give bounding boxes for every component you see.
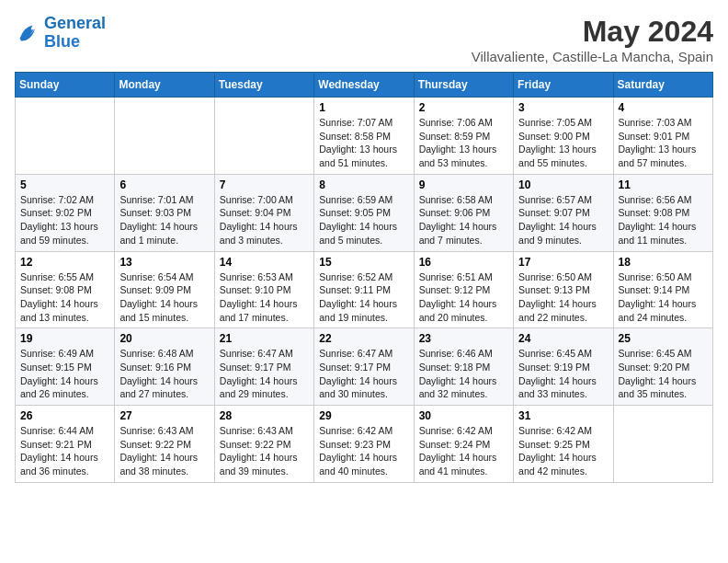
logo-bird-icon xyxy=(15,20,40,46)
calendar-cell: 9 Sunrise: 6:58 AMSunset: 9:06 PMDayligh… xyxy=(414,174,513,251)
day-number: 13 xyxy=(119,256,209,269)
col-header-thursday: Thursday xyxy=(414,73,513,98)
col-header-wednesday: Wednesday xyxy=(314,73,414,98)
calendar-cell: 10 Sunrise: 6:57 AMSunset: 9:07 PMDaylig… xyxy=(514,174,613,251)
day-number: 16 xyxy=(419,256,508,269)
calendar-cell: 23 Sunrise: 6:46 AMSunset: 9:18 PMDaylig… xyxy=(414,328,513,406)
day-detail: Sunrise: 6:48 AMSunset: 9:16 PMDaylight:… xyxy=(119,347,209,401)
calendar-cell: 30 Sunrise: 6:42 AMSunset: 9:24 PMDaylig… xyxy=(414,406,513,483)
calendar-table: SundayMondayTuesdayWednesdayThursdayFrid… xyxy=(15,72,713,483)
calendar-header-row: SundayMondayTuesdayWednesdayThursdayFrid… xyxy=(16,73,713,98)
calendar-cell: 18 Sunrise: 6:50 AMSunset: 9:14 PMDaylig… xyxy=(613,251,712,328)
day-number: 4 xyxy=(619,101,708,114)
day-detail: Sunrise: 6:58 AMSunset: 9:06 PMDaylight:… xyxy=(419,193,508,247)
location-subtitle: Villavaliente, Castille-La Mancha, Spain xyxy=(472,49,713,64)
calendar-week-row: 19 Sunrise: 6:49 AMSunset: 9:15 PMDaylig… xyxy=(16,328,713,406)
day-detail: Sunrise: 6:47 AMSunset: 9:17 PMDaylight:… xyxy=(220,347,309,401)
day-detail: Sunrise: 6:52 AMSunset: 9:11 PMDaylight:… xyxy=(319,270,408,325)
day-detail: Sunrise: 7:02 AMSunset: 9:02 PMDaylight:… xyxy=(20,193,109,247)
calendar-cell xyxy=(613,406,712,483)
calendar-cell xyxy=(115,98,214,175)
calendar-week-row: 5 Sunrise: 7:02 AMSunset: 9:02 PMDayligh… xyxy=(16,174,713,251)
calendar-cell: 1 Sunrise: 7:07 AMSunset: 8:58 PMDayligh… xyxy=(314,98,414,175)
day-detail: Sunrise: 6:50 AMSunset: 9:13 PMDaylight:… xyxy=(518,270,608,325)
day-detail: Sunrise: 6:56 AMSunset: 9:08 PMDaylight:… xyxy=(619,193,708,247)
calendar-cell: 31 Sunrise: 6:42 AMSunset: 9:25 PMDaylig… xyxy=(514,406,613,483)
day-detail: Sunrise: 6:43 AMSunset: 9:22 PMDaylight:… xyxy=(220,424,309,478)
col-header-monday: Monday xyxy=(115,73,214,98)
day-detail: Sunrise: 6:45 AMSunset: 9:20 PMDaylight:… xyxy=(619,347,708,401)
day-detail: Sunrise: 6:44 AMSunset: 9:21 PMDaylight:… xyxy=(20,424,109,478)
day-detail: Sunrise: 6:46 AMSunset: 9:18 PMDaylight:… xyxy=(419,347,508,401)
calendar-cell: 21 Sunrise: 6:47 AMSunset: 9:17 PMDaylig… xyxy=(214,328,313,406)
day-number: 1 xyxy=(319,101,408,114)
logo-text: General Blue xyxy=(44,15,106,52)
calendar-cell: 28 Sunrise: 6:43 AMSunset: 9:22 PMDaylig… xyxy=(214,406,313,483)
calendar-cell: 11 Sunrise: 6:56 AMSunset: 9:08 PMDaylig… xyxy=(613,174,712,251)
logo-general: General xyxy=(44,14,106,32)
calendar-cell: 24 Sunrise: 6:45 AMSunset: 9:19 PMDaylig… xyxy=(514,328,613,406)
page-header: General Blue May 2024 Villavaliente, Cas… xyxy=(15,15,713,64)
day-number: 25 xyxy=(619,332,708,345)
col-header-sunday: Sunday xyxy=(16,73,115,98)
day-detail: Sunrise: 6:43 AMSunset: 9:22 PMDaylight:… xyxy=(119,424,209,478)
day-detail: Sunrise: 6:50 AMSunset: 9:14 PMDaylight:… xyxy=(619,270,708,325)
day-number: 10 xyxy=(518,178,608,191)
day-number: 28 xyxy=(220,409,309,422)
day-number: 20 xyxy=(119,332,209,345)
day-number: 15 xyxy=(319,256,408,269)
calendar-cell: 26 Sunrise: 6:44 AMSunset: 9:21 PMDaylig… xyxy=(16,406,115,483)
calendar-cell: 29 Sunrise: 6:42 AMSunset: 9:23 PMDaylig… xyxy=(314,406,414,483)
logo: General Blue xyxy=(15,15,106,52)
title-block: May 2024 Villavaliente, Castille-La Manc… xyxy=(472,15,713,64)
day-number: 7 xyxy=(220,178,309,191)
col-header-saturday: Saturday xyxy=(613,73,712,98)
calendar-cell: 20 Sunrise: 6:48 AMSunset: 9:16 PMDaylig… xyxy=(115,328,214,406)
col-header-friday: Friday xyxy=(514,73,613,98)
day-number: 6 xyxy=(119,178,209,191)
day-number: 23 xyxy=(419,332,508,345)
calendar-cell: 17 Sunrise: 6:50 AMSunset: 9:13 PMDaylig… xyxy=(514,251,613,328)
day-detail: Sunrise: 6:47 AMSunset: 9:17 PMDaylight:… xyxy=(319,347,408,401)
calendar-week-row: 12 Sunrise: 6:55 AMSunset: 9:08 PMDaylig… xyxy=(16,251,713,328)
calendar-cell: 13 Sunrise: 6:54 AMSunset: 9:09 PMDaylig… xyxy=(115,251,214,328)
day-number: 9 xyxy=(419,178,508,191)
day-detail: Sunrise: 6:42 AMSunset: 9:24 PMDaylight:… xyxy=(419,424,508,478)
day-number: 19 xyxy=(20,332,109,345)
day-number: 22 xyxy=(319,332,408,345)
calendar-cell: 5 Sunrise: 7:02 AMSunset: 9:02 PMDayligh… xyxy=(16,174,115,251)
day-detail: Sunrise: 6:53 AMSunset: 9:10 PMDaylight:… xyxy=(220,270,309,325)
day-detail: Sunrise: 7:00 AMSunset: 9:04 PMDaylight:… xyxy=(220,193,309,247)
day-number: 27 xyxy=(119,409,209,422)
day-number: 30 xyxy=(419,409,508,422)
day-detail: Sunrise: 6:42 AMSunset: 9:23 PMDaylight:… xyxy=(319,424,408,478)
calendar-week-row: 1 Sunrise: 7:07 AMSunset: 8:58 PMDayligh… xyxy=(16,98,713,175)
calendar-cell: 16 Sunrise: 6:51 AMSunset: 9:12 PMDaylig… xyxy=(414,251,513,328)
logo-blue: Blue xyxy=(44,32,80,51)
calendar-cell: 27 Sunrise: 6:43 AMSunset: 9:22 PMDaylig… xyxy=(115,406,214,483)
day-detail: Sunrise: 6:45 AMSunset: 9:19 PMDaylight:… xyxy=(518,347,608,401)
day-detail: Sunrise: 7:01 AMSunset: 9:03 PMDaylight:… xyxy=(119,193,209,247)
calendar-cell xyxy=(16,98,115,175)
day-detail: Sunrise: 6:54 AMSunset: 9:09 PMDaylight:… xyxy=(119,270,209,325)
calendar-cell: 7 Sunrise: 7:00 AMSunset: 9:04 PMDayligh… xyxy=(214,174,313,251)
calendar-cell: 4 Sunrise: 7:03 AMSunset: 9:01 PMDayligh… xyxy=(613,98,712,175)
calendar-cell: 19 Sunrise: 6:49 AMSunset: 9:15 PMDaylig… xyxy=(16,328,115,406)
day-detail: Sunrise: 6:57 AMSunset: 9:07 PMDaylight:… xyxy=(518,193,608,247)
day-detail: Sunrise: 6:59 AMSunset: 9:05 PMDaylight:… xyxy=(319,193,408,247)
day-detail: Sunrise: 7:06 AMSunset: 8:59 PMDaylight:… xyxy=(419,116,508,170)
day-number: 3 xyxy=(518,101,608,114)
col-header-tuesday: Tuesday xyxy=(214,73,313,98)
day-detail: Sunrise: 6:49 AMSunset: 9:15 PMDaylight:… xyxy=(20,347,109,401)
day-number: 11 xyxy=(619,178,708,191)
calendar-cell: 25 Sunrise: 6:45 AMSunset: 9:20 PMDaylig… xyxy=(613,328,712,406)
day-detail: Sunrise: 6:55 AMSunset: 9:08 PMDaylight:… xyxy=(20,270,109,325)
day-number: 5 xyxy=(20,178,109,191)
calendar-cell xyxy=(214,98,313,175)
calendar-week-row: 26 Sunrise: 6:44 AMSunset: 9:21 PMDaylig… xyxy=(16,406,713,483)
day-detail: Sunrise: 6:42 AMSunset: 9:25 PMDaylight:… xyxy=(518,424,608,478)
day-detail: Sunrise: 6:51 AMSunset: 9:12 PMDaylight:… xyxy=(419,270,508,325)
calendar-cell: 3 Sunrise: 7:05 AMSunset: 9:00 PMDayligh… xyxy=(514,98,613,175)
day-number: 24 xyxy=(518,332,608,345)
calendar-cell: 2 Sunrise: 7:06 AMSunset: 8:59 PMDayligh… xyxy=(414,98,513,175)
